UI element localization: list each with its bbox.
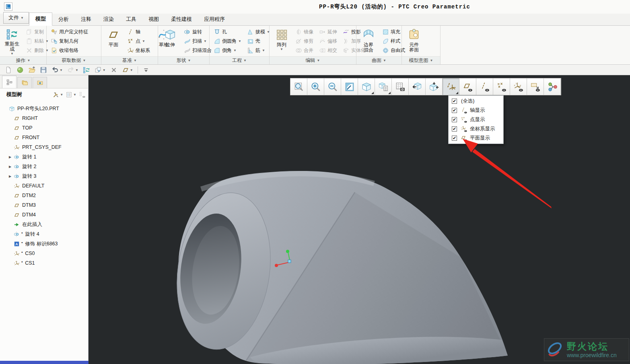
ribbon-group-label-editing[interactable]: 编辑▼ xyxy=(270,56,356,64)
tab-flexible-modeling[interactable]: 柔性建模 xyxy=(165,13,198,26)
tab-annotate[interactable]: 注释 xyxy=(75,13,97,26)
tab-analysis[interactable]: 分析 xyxy=(52,13,75,26)
tree-item-plane-top[interactable]: TOP xyxy=(0,123,88,133)
component-interface-button[interactable]: 元件 界面 xyxy=(404,27,424,56)
rib-button[interactable]: 筋▼ xyxy=(245,46,272,55)
material-button[interactable] xyxy=(15,65,25,75)
menu-item-point-display[interactable]: ✔点显示 xyxy=(449,115,503,124)
shrinkwrap-button[interactable]: 收缩包络 xyxy=(48,46,91,55)
tree-item-revolve-4[interactable]: ▪旋转 4 xyxy=(0,229,88,239)
appearance-gallery-button[interactable] xyxy=(392,78,409,95)
view-normal-button[interactable] xyxy=(426,78,443,95)
checkbox-plane-display[interactable]: ✔ xyxy=(452,136,457,141)
save-button[interactable] xyxy=(38,65,49,75)
zoom-fit-button[interactable] xyxy=(290,78,307,95)
regenerate-button[interactable] xyxy=(81,65,92,75)
menu-item-csys-display[interactable]: ✔yxz坐标系显示 xyxy=(449,124,503,134)
ribbon-group-label-datum[interactable]: 基准▼ xyxy=(101,56,158,64)
tab-applications[interactable]: 应用程序 xyxy=(198,13,231,26)
plane-display-button[interactable]: ▼ xyxy=(120,65,135,75)
extrude-button[interactable]: 拉伸 xyxy=(160,27,181,56)
tree-item-plane-dtm4[interactable]: DTM4 xyxy=(0,210,88,220)
tree-item-csys-cs0[interactable]: yxz▪CS0 xyxy=(0,249,88,258)
open-button[interactable] xyxy=(27,65,37,75)
window-switch-button[interactable]: ▼ xyxy=(93,65,107,75)
menu-item-axis-display[interactable]: ✔轴显示 xyxy=(449,106,503,115)
tree-item-plane-dtm2[interactable]: DTM2 xyxy=(0,191,88,200)
close-button[interactable] xyxy=(109,65,119,75)
swept-blend-button[interactable]: 扫描混合 xyxy=(181,46,214,55)
tree-item-plane-dtm3[interactable]: DTM3 xyxy=(0,200,88,210)
tab-tools[interactable]: 工具 xyxy=(120,13,142,26)
ribbon-group-label-model-intent[interactable]: 模型意图▼ xyxy=(402,56,440,64)
expand-arrow-icon[interactable]: ▶ xyxy=(7,155,13,159)
revolve-button[interactable]: 旋转 xyxy=(181,27,214,37)
tree-item-csys-prt-csys-def[interactable]: yxzPRT_CSYS_DEF xyxy=(0,142,88,152)
point-button[interactable]: 点▼ xyxy=(125,37,152,46)
spin-center-button[interactable] xyxy=(544,78,561,95)
udf-button[interactable]: 用户定义特征 xyxy=(48,27,91,37)
round-button[interactable]: 倒圆角▼ xyxy=(211,37,244,46)
tab-model[interactable]: 模型 xyxy=(29,12,52,26)
tab-view[interactable]: 视图 xyxy=(142,13,165,26)
model-tree-tab[interactable] xyxy=(2,76,16,88)
tree-item-plane-right[interactable]: RIGHT xyxy=(0,113,88,123)
menu-item-select-all[interactable]: ✔(全选) xyxy=(449,97,503,106)
favorites-tab[interactable] xyxy=(33,77,47,88)
csys-button[interactable]: yxz坐标系 xyxy=(125,46,152,55)
chamfer-button[interactable]: 倒角▼ xyxy=(211,46,244,55)
tree-item-revolve-2[interactable]: ▶旋转 2 xyxy=(0,162,88,171)
customize-button[interactable] xyxy=(141,65,151,75)
csys-display-button[interactable]: yxz xyxy=(510,78,527,95)
checkbox-point-display[interactable]: ✔ xyxy=(452,117,457,122)
tab-file[interactable]: 文件 ▼ xyxy=(3,12,29,24)
redo-button[interactable]: ▼ xyxy=(66,65,80,75)
annotation-display-button[interactable] xyxy=(527,78,544,95)
tree-settings-button[interactable]: ▼ xyxy=(52,91,63,98)
tree-item-revolve-3[interactable]: ▶旋转 3 xyxy=(0,171,88,181)
checkbox-csys-display[interactable]: ✔ xyxy=(452,126,457,132)
folder-browser-tab[interactable] xyxy=(17,77,32,88)
axis-display-button[interactable] xyxy=(476,78,493,95)
intersect-button[interactable]: 相交 xyxy=(317,46,340,55)
ribbon-group-label-get-data[interactable]: 获取数据▼ xyxy=(47,56,101,64)
tree-item-cosmetic-id6863[interactable]: A▪修饰 标识6863 xyxy=(0,239,88,249)
trim-button[interactable]: 修剪 xyxy=(293,37,316,46)
zoom-out-button[interactable] xyxy=(324,78,341,95)
shell-button[interactable]: 壳 xyxy=(245,37,272,46)
saved-views-button[interactable] xyxy=(358,78,375,95)
section-button[interactable] xyxy=(409,78,426,95)
tree-item-plane-front[interactable]: FRONT xyxy=(0,133,88,142)
ribbon-group-label-operations[interactable]: 操作▼ xyxy=(0,56,46,64)
point-display-button[interactable] xyxy=(493,78,510,95)
hole-button[interactable]: 孔 xyxy=(211,27,244,37)
plane-display-button[interactable] xyxy=(459,78,476,95)
offset-button[interactable]: 偏移 xyxy=(317,37,340,46)
tree-show-button[interactable]: ▼ xyxy=(66,91,76,98)
tree-item-revolve-1[interactable]: ▶旋转 1 xyxy=(0,152,88,162)
checkbox-axis-display[interactable]: ✔ xyxy=(452,108,457,113)
mirror-button[interactable]: 镜像 xyxy=(293,27,316,37)
tree-item-csys-cs1[interactable]: yxz▪CS1 xyxy=(0,258,88,268)
view-manager-button[interactable] xyxy=(375,78,392,95)
ribbon-group-label-shapes[interactable]: 形状▼ xyxy=(158,56,209,64)
tree-item-insert-here[interactable]: 在此插入 xyxy=(0,220,88,229)
regenerate-button[interactable]: 重新生成▼ xyxy=(2,27,23,56)
datum-display-filters-button[interactable] xyxy=(443,78,459,95)
extend-button[interactable]: 延伸 xyxy=(317,27,340,37)
axis-button[interactable]: 轴 xyxy=(125,27,152,37)
zoom-in-button[interactable] xyxy=(307,78,324,95)
expand-arrow-icon[interactable]: ▶ xyxy=(7,165,13,169)
pattern-button[interactable]: 阵列▼ xyxy=(271,27,292,56)
checkbox-select-all[interactable]: ✔ xyxy=(452,99,457,104)
merge-button[interactable]: 合并 xyxy=(293,46,316,55)
ribbon-group-label-surfaces[interactable]: 曲面▼ xyxy=(356,56,401,64)
draft-button[interactable]: 拔模▼ xyxy=(245,27,272,37)
3d-viewport[interactable] xyxy=(89,75,630,364)
copy-geometry-button[interactable]: 复制几何 xyxy=(48,37,91,46)
new-file-button[interactable] xyxy=(3,65,14,75)
boundary-blend-button[interactable]: 边界 混合 xyxy=(358,27,379,56)
tab-render[interactable]: 渲染 xyxy=(97,13,120,26)
ribbon-group-label-engineering[interactable]: 工程▼ xyxy=(210,56,269,64)
undo-button[interactable]: ▼ xyxy=(50,65,64,75)
